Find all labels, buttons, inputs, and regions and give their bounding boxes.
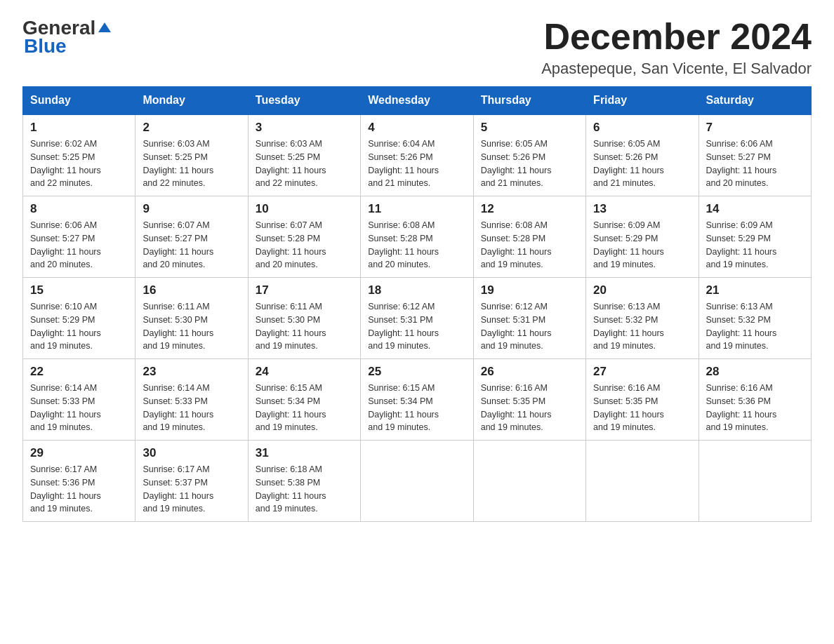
calendar-week-row: 8Sunrise: 6:06 AMSunset: 5:27 PMDaylight… — [23, 196, 812, 278]
calendar-week-row: 1Sunrise: 6:02 AMSunset: 5:25 PMDaylight… — [23, 114, 812, 196]
day-info: Sunrise: 6:18 AMSunset: 5:38 PMDaylight:… — [256, 463, 353, 516]
day-info: Sunrise: 6:12 AMSunset: 5:31 PMDaylight:… — [368, 300, 465, 353]
calendar-week-row: 22Sunrise: 6:14 AMSunset: 5:33 PMDayligh… — [23, 359, 812, 441]
calendar-week-row: 15Sunrise: 6:10 AMSunset: 5:29 PMDayligh… — [23, 278, 812, 359]
day-number: 2 — [143, 121, 240, 135]
day-info: Sunrise: 6:03 AMSunset: 5:25 PMDaylight:… — [256, 137, 353, 190]
calendar-cell — [699, 441, 811, 522]
calendar-cell: 16Sunrise: 6:11 AMSunset: 5:30 PMDayligh… — [135, 278, 248, 359]
day-number: 19 — [481, 283, 578, 297]
calendar-cell: 25Sunrise: 6:15 AMSunset: 5:34 PMDayligh… — [361, 359, 473, 441]
header-monday: Monday — [135, 87, 248, 115]
day-info: Sunrise: 6:08 AMSunset: 5:28 PMDaylight:… — [368, 219, 465, 271]
page-header: General Blue December 2024 Apastepeque, … — [22, 17, 812, 78]
calendar-cell: 22Sunrise: 6:14 AMSunset: 5:33 PMDayligh… — [23, 359, 135, 441]
calendar-cell: 24Sunrise: 6:15 AMSunset: 5:34 PMDayligh… — [248, 359, 360, 441]
day-number: 12 — [481, 202, 578, 216]
day-info: Sunrise: 6:16 AMSunset: 5:35 PMDaylight:… — [593, 382, 691, 434]
day-info: Sunrise: 6:14 AMSunset: 5:33 PMDaylight:… — [143, 382, 240, 434]
logo: General Blue — [22, 17, 112, 58]
calendar-cell: 8Sunrise: 6:06 AMSunset: 5:27 PMDaylight… — [23, 196, 135, 278]
day-info: Sunrise: 6:13 AMSunset: 5:32 PMDaylight:… — [593, 300, 691, 353]
day-number: 10 — [256, 202, 353, 216]
day-number: 23 — [143, 365, 240, 379]
day-number: 13 — [593, 202, 691, 216]
calendar-cell: 6Sunrise: 6:05 AMSunset: 5:26 PMDaylight… — [586, 114, 699, 196]
calendar-week-row: 29Sunrise: 6:17 AMSunset: 5:36 PMDayligh… — [23, 441, 812, 522]
day-info: Sunrise: 6:06 AMSunset: 5:27 PMDaylight:… — [30, 219, 128, 271]
calendar-cell: 3Sunrise: 6:03 AMSunset: 5:25 PMDaylight… — [248, 114, 360, 196]
calendar-cell: 7Sunrise: 6:06 AMSunset: 5:27 PMDaylight… — [699, 114, 811, 196]
day-info: Sunrise: 6:17 AMSunset: 5:37 PMDaylight:… — [143, 463, 240, 516]
calendar-cell: 27Sunrise: 6:16 AMSunset: 5:35 PMDayligh… — [586, 359, 699, 441]
calendar-cell: 23Sunrise: 6:14 AMSunset: 5:33 PMDayligh… — [135, 359, 248, 441]
day-info: Sunrise: 6:12 AMSunset: 5:31 PMDaylight:… — [481, 300, 578, 353]
day-number: 14 — [706, 202, 804, 216]
calendar-cell: 20Sunrise: 6:13 AMSunset: 5:32 PMDayligh… — [586, 278, 699, 359]
day-number: 1 — [30, 121, 128, 135]
day-number: 21 — [706, 283, 804, 297]
day-info: Sunrise: 6:08 AMSunset: 5:28 PMDaylight:… — [481, 219, 578, 271]
day-number: 24 — [256, 365, 353, 379]
day-number: 7 — [706, 121, 804, 135]
calendar-cell: 2Sunrise: 6:03 AMSunset: 5:25 PMDaylight… — [135, 114, 248, 196]
day-number: 3 — [256, 121, 353, 135]
day-info: Sunrise: 6:17 AMSunset: 5:36 PMDaylight:… — [30, 463, 128, 516]
title-block: December 2024 Apastepeque, San Vicente, … — [541, 17, 812, 78]
calendar-cell: 1Sunrise: 6:02 AMSunset: 5:25 PMDaylight… — [23, 114, 135, 196]
calendar-cell — [361, 441, 473, 522]
day-number: 29 — [30, 446, 128, 460]
day-number: 25 — [368, 365, 465, 379]
day-info: Sunrise: 6:10 AMSunset: 5:29 PMDaylight:… — [30, 300, 128, 353]
header-wednesday: Wednesday — [361, 87, 473, 115]
calendar-cell: 5Sunrise: 6:05 AMSunset: 5:26 PMDaylight… — [473, 114, 585, 196]
day-number: 30 — [143, 446, 240, 460]
calendar-cell: 15Sunrise: 6:10 AMSunset: 5:29 PMDayligh… — [23, 278, 135, 359]
day-info: Sunrise: 6:03 AMSunset: 5:25 PMDaylight:… — [143, 137, 240, 190]
day-number: 28 — [706, 365, 804, 379]
day-info: Sunrise: 6:16 AMSunset: 5:36 PMDaylight:… — [706, 382, 804, 434]
day-info: Sunrise: 6:13 AMSunset: 5:32 PMDaylight:… — [706, 300, 804, 353]
calendar-cell: 17Sunrise: 6:11 AMSunset: 5:30 PMDayligh… — [248, 278, 360, 359]
day-number: 5 — [481, 121, 578, 135]
calendar-cell: 30Sunrise: 6:17 AMSunset: 5:37 PMDayligh… — [135, 441, 248, 522]
calendar-table: SundayMondayTuesdayWednesdayThursdayFrid… — [22, 86, 812, 522]
calendar-cell: 4Sunrise: 6:04 AMSunset: 5:26 PMDaylight… — [361, 114, 473, 196]
calendar-subtitle: Apastepeque, San Vicente, El Salvador — [541, 60, 812, 78]
header-thursday: Thursday — [473, 87, 585, 115]
day-info: Sunrise: 6:09 AMSunset: 5:29 PMDaylight:… — [706, 219, 804, 271]
day-number: 4 — [368, 121, 465, 135]
day-number: 31 — [256, 446, 353, 460]
calendar-title: December 2024 — [541, 17, 812, 57]
day-number: 6 — [593, 121, 691, 135]
day-number: 27 — [593, 365, 691, 379]
day-info: Sunrise: 6:02 AMSunset: 5:25 PMDaylight:… — [30, 137, 128, 190]
header-friday: Friday — [586, 87, 699, 115]
calendar-cell: 13Sunrise: 6:09 AMSunset: 5:29 PMDayligh… — [586, 196, 699, 278]
day-info: Sunrise: 6:14 AMSunset: 5:33 PMDaylight:… — [30, 382, 128, 434]
day-number: 8 — [30, 202, 128, 216]
calendar-cell: 26Sunrise: 6:16 AMSunset: 5:35 PMDayligh… — [473, 359, 585, 441]
calendar-cell: 28Sunrise: 6:16 AMSunset: 5:36 PMDayligh… — [699, 359, 811, 441]
day-number: 20 — [593, 283, 691, 297]
calendar-cell: 29Sunrise: 6:17 AMSunset: 5:36 PMDayligh… — [23, 441, 135, 522]
calendar-cell: 18Sunrise: 6:12 AMSunset: 5:31 PMDayligh… — [361, 278, 473, 359]
day-number: 18 — [368, 283, 465, 297]
day-info: Sunrise: 6:15 AMSunset: 5:34 PMDaylight:… — [368, 382, 465, 434]
calendar-cell — [473, 441, 585, 522]
header-sunday: Sunday — [23, 87, 135, 115]
day-number: 11 — [368, 202, 465, 216]
day-info: Sunrise: 6:07 AMSunset: 5:27 PMDaylight:… — [143, 219, 240, 271]
day-info: Sunrise: 6:07 AMSunset: 5:28 PMDaylight:… — [256, 219, 353, 271]
calendar-header-row: SundayMondayTuesdayWednesdayThursdayFrid… — [23, 87, 812, 115]
calendar-cell: 12Sunrise: 6:08 AMSunset: 5:28 PMDayligh… — [473, 196, 585, 278]
day-info: Sunrise: 6:16 AMSunset: 5:35 PMDaylight:… — [481, 382, 578, 434]
day-info: Sunrise: 6:11 AMSunset: 5:30 PMDaylight:… — [143, 300, 240, 353]
day-info: Sunrise: 6:06 AMSunset: 5:27 PMDaylight:… — [706, 137, 804, 190]
logo-triangle-icon — [97, 20, 112, 35]
calendar-cell: 14Sunrise: 6:09 AMSunset: 5:29 PMDayligh… — [699, 196, 811, 278]
calendar-cell: 21Sunrise: 6:13 AMSunset: 5:32 PMDayligh… — [699, 278, 811, 359]
calendar-cell — [586, 441, 699, 522]
day-info: Sunrise: 6:04 AMSunset: 5:26 PMDaylight:… — [368, 137, 465, 190]
logo-blue: Blue — [24, 35, 67, 58]
